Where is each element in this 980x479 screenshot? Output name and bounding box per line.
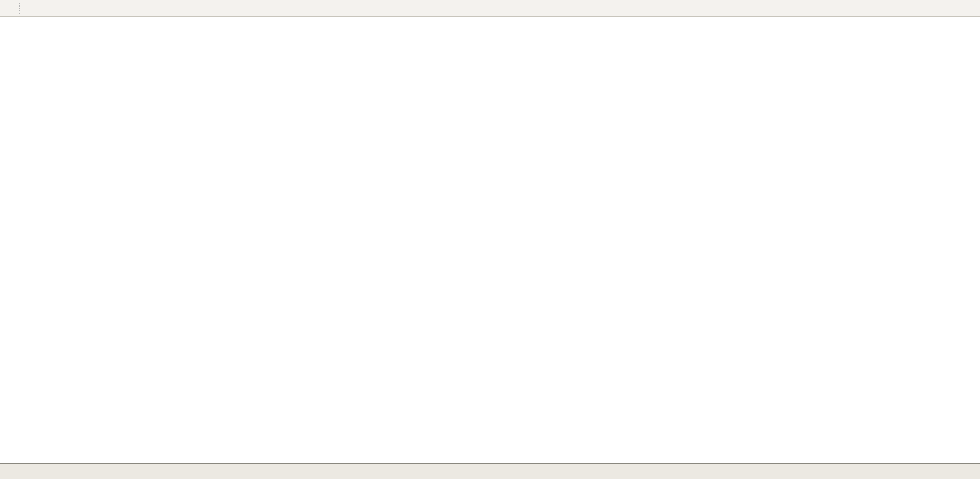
tab-scroll-buttons [969, 468, 979, 478]
symbol-tab-bar [0, 463, 980, 479]
chart-plot-area[interactable] [0, 0, 980, 463]
chart-title [5, 18, 8, 25]
